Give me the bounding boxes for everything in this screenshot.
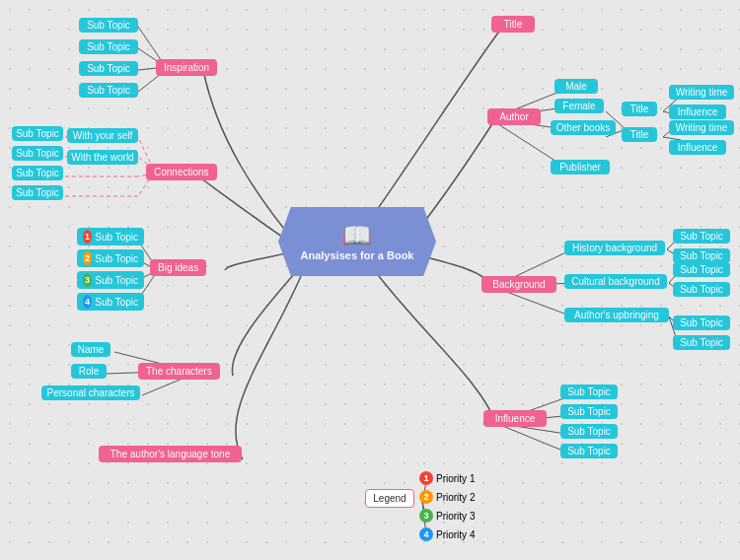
legend-priority3: 3 Priority 3 xyxy=(419,509,475,523)
title-node: Title xyxy=(491,16,535,33)
author-label: Author xyxy=(499,111,528,122)
bigideas-sub3: 3Sub Topic xyxy=(77,271,144,289)
author-writing2: Writing time xyxy=(669,120,734,135)
legend-dot-2: 2 xyxy=(419,490,433,504)
legend-priority1: 1 Priority 1 xyxy=(419,471,475,485)
connections-withworld: With the world xyxy=(67,150,138,165)
inspiration-sub4: Sub Topic xyxy=(79,83,138,98)
legend-priority2: 2 Priority 2 xyxy=(419,490,475,504)
background-sub6: Sub Topic xyxy=(673,335,730,350)
legend-dot-4: 4 xyxy=(419,527,433,541)
inspiration-label: Inspiration xyxy=(164,62,209,73)
legend-p4-label: Priority 4 xyxy=(436,529,475,540)
author-otherbooks: Other books xyxy=(551,120,616,135)
priority-3-dot: 3 xyxy=(83,273,92,287)
background-author: Author's upbringing xyxy=(564,308,669,322)
author-title1: Title xyxy=(622,102,657,116)
legend-priority4: 4 Priority 4 xyxy=(419,527,475,541)
influence-sub1: Sub Topic xyxy=(560,385,618,399)
background-sub1: Sub Topic xyxy=(673,229,730,244)
title-label: Title xyxy=(504,19,523,30)
author-node: Author xyxy=(487,108,541,125)
author-male: Male xyxy=(555,79,598,94)
connections-label: Connections xyxy=(154,167,209,177)
author-female: Female xyxy=(555,99,604,113)
background-sub4: Sub Topic xyxy=(673,282,730,297)
background-sub3: Sub Topic xyxy=(673,262,730,277)
background-sub5: Sub Topic xyxy=(673,315,730,330)
influence-sub3: Sub Topic xyxy=(560,424,618,439)
connections-withself: With your self xyxy=(67,128,138,143)
inspiration-sub2: Sub Topic xyxy=(79,39,138,54)
legend-p2-label: Priority 2 xyxy=(436,492,475,503)
language-label: The author's language tone xyxy=(111,449,230,459)
inspiration-node: Inspiration xyxy=(156,59,217,76)
bigideas-sub4: 4Sub Topic xyxy=(77,293,144,311)
center-label: Analysises for a Book xyxy=(301,249,414,261)
background-history: History background xyxy=(564,241,665,255)
influence-label: Influence xyxy=(495,413,536,424)
bigideas-sub2: 2Sub Topic xyxy=(77,249,144,267)
bigideas-sub1: 1Sub Topic xyxy=(77,228,144,245)
background-cultural: Cultural background xyxy=(564,274,667,289)
author-title2: Title xyxy=(622,127,657,142)
author-publisher: Publisher xyxy=(551,160,610,175)
background-sub2: Sub Topic xyxy=(673,248,730,263)
influence-sub4: Sub Topic xyxy=(560,444,618,458)
characters-name: Name xyxy=(71,342,111,357)
connections-sub2: Sub Topic xyxy=(12,146,63,161)
priority-2-dot: 2 xyxy=(83,251,92,265)
author-influence1: Influence xyxy=(669,105,726,119)
characters-role: Role xyxy=(71,364,107,379)
influence-sub2: Sub Topic xyxy=(560,404,618,419)
background-label: Background xyxy=(492,279,545,290)
connections-sub4: Sub Topic xyxy=(12,185,63,200)
priority-1-dot: 1 xyxy=(83,230,92,244)
influence-node: Influence xyxy=(483,410,547,427)
connections-sub1: Sub Topic xyxy=(12,126,63,141)
connections-sub3: Sub Topic xyxy=(12,166,63,180)
inspiration-sub3: Sub Topic xyxy=(79,61,138,76)
author-influence2: Influence xyxy=(669,140,726,155)
legend-p3-label: Priority 3 xyxy=(436,511,475,522)
legend-label: Legend xyxy=(373,493,406,504)
language-node: The author's language tone xyxy=(99,446,242,462)
center-node: 📖 Analysises for a Book xyxy=(278,207,436,276)
legend-node: Legend xyxy=(365,489,414,508)
characters-node: The characters xyxy=(138,363,220,380)
priority-4-dot: 4 xyxy=(83,295,92,309)
inspiration-sub1: Sub Topic xyxy=(79,18,138,33)
characters-label: The characters xyxy=(146,366,212,377)
author-writing1: Writing time xyxy=(669,85,734,100)
background-node: Background xyxy=(481,276,556,293)
legend-dot-1: 1 xyxy=(419,471,433,485)
legend-dot-3: 3 xyxy=(419,509,433,523)
connections-node: Connections xyxy=(146,164,217,180)
bigideas-label: Big ideas xyxy=(158,262,198,273)
bigideas-node: Big ideas xyxy=(150,259,206,276)
legend-p1-label: Priority 1 xyxy=(436,473,475,484)
characters-personal: Personal characters xyxy=(41,385,140,400)
book-icon: 📖 xyxy=(342,222,372,249)
